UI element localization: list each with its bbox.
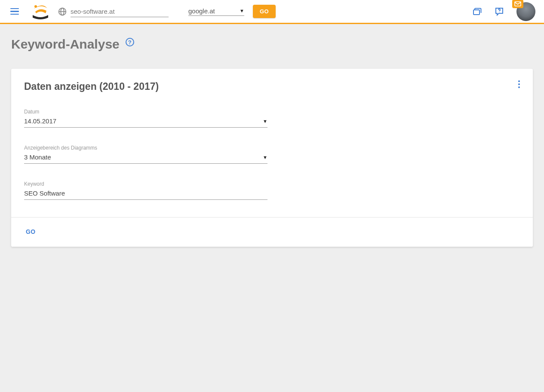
user-menu[interactable]	[516, 2, 535, 21]
globe-icon	[58, 7, 67, 16]
keyword-label: Keyword	[24, 181, 267, 187]
date-field-group: Datum 14.05.2017 ▼	[24, 109, 267, 128]
date-value: 14.05.2017	[24, 117, 263, 125]
card-go-button[interactable]: GO	[26, 228, 36, 235]
svg-rect-5	[473, 10, 479, 15]
card-menu-button[interactable]	[518, 79, 520, 89]
date-select[interactable]: 14.05.2017 ▼	[24, 117, 267, 128]
chevron-down-icon: ▼	[263, 155, 267, 160]
range-label: Anzeigebereich des Diagramms	[24, 145, 267, 151]
page-title: Keyword-Analyse	[11, 37, 120, 52]
range-field-group: Anzeigebereich des Diagramms 3 Monate ▼	[24, 145, 267, 164]
app-logo[interactable]	[31, 2, 50, 21]
mail-badge	[512, 0, 523, 8]
keyword-field-group: Keyword	[24, 181, 267, 200]
search-engine-value: google.at	[188, 7, 240, 15]
help-chat-icon[interactable]	[494, 6, 504, 17]
search-engine-select[interactable]: google.at ▼	[188, 7, 244, 16]
card-actions: GO	[11, 217, 533, 247]
card-title: Daten anzeigen (2010 - 2017)	[24, 81, 520, 92]
go-button[interactable]: GO	[253, 5, 276, 18]
keyword-input[interactable]	[24, 190, 267, 197]
page-title-row: Keyword-Analyse ?	[11, 37, 533, 52]
filter-card: Daten anzeigen (2010 - 2017) Datum 14.05…	[11, 69, 533, 247]
domain-input[interactable]	[71, 6, 169, 17]
range-select[interactable]: 3 Monate ▼	[24, 153, 267, 164]
keyword-input-wrap	[24, 190, 267, 200]
page-body: Keyword-Analyse ? Daten anzeigen (2010 -…	[0, 24, 544, 260]
date-label: Datum	[24, 109, 267, 115]
topbar-right	[472, 2, 535, 21]
svg-rect-7	[515, 2, 521, 6]
range-value: 3 Monate	[24, 153, 263, 161]
help-icon[interactable]: ?	[126, 38, 134, 46]
chevron-down-icon: ▼	[263, 119, 267, 124]
menu-button[interactable]	[10, 6, 21, 17]
topbar: google.at ▼ GO	[0, 0, 544, 24]
chevron-down-icon: ▼	[240, 8, 244, 13]
folders-icon[interactable]	[472, 6, 482, 17]
svg-point-1	[34, 5, 37, 8]
svg-point-6	[499, 12, 499, 12]
